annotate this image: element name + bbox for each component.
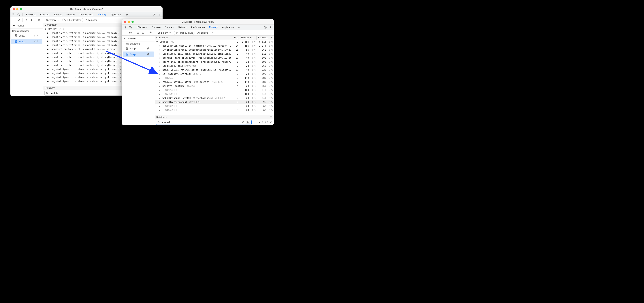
table-row[interactable]: ▶{loadTimes, csi} @497072280 %2600 % [155, 64, 274, 68]
chevron-down-icon[interactable] [212, 32, 214, 34]
prev-match-icon[interactable] [253, 121, 256, 124]
gc-icon[interactable] [148, 31, 153, 35]
more-tabs-icon[interactable] [125, 12, 129, 17]
table-row[interactable]: ▶{interactionTarget, interactionTargetEl… [155, 48, 274, 52]
device-icon[interactable] [17, 12, 21, 17]
profiles-label: Profiles [16, 24, 24, 27]
tab-sources[interactable]: Sources [163, 25, 176, 30]
svg-point-7 [159, 15, 160, 15]
kebab-icon[interactable] [268, 25, 273, 29]
gear-icon[interactable] [263, 25, 268, 29]
snapshot-size: (1.6… [34, 34, 40, 37]
svg-line-53 [159, 123, 160, 123]
more-tabs-icon[interactable] [236, 25, 241, 29]
next-match-icon[interactable] [258, 121, 261, 124]
export-icon[interactable] [136, 31, 140, 35]
close-icon[interactable] [12, 8, 15, 10]
tab-network[interactable]: Network [65, 12, 77, 17]
col-constructor[interactable]: Constructor [155, 36, 233, 40]
tab-console[interactable]: Console [38, 12, 51, 17]
view-select[interactable]: Summary [44, 18, 62, 22]
match-case-toggle[interactable]: Aa [246, 121, 250, 123]
svg-point-22 [265, 27, 266, 28]
object-label: Object [160, 40, 168, 43]
tab-performance[interactable]: Performance [189, 25, 206, 30]
table-row[interactable]: ▶{} @383993280 %680 % [155, 104, 274, 108]
snapshot-item[interactable]: Snap… (1.6… [11, 39, 42, 44]
table-row[interactable]: ▶{loadTimes, csi, send, getVariableValue… [155, 52, 274, 56]
tab-console[interactable]: Console [150, 25, 162, 30]
scope-select[interactable]: All objects [196, 31, 210, 35]
minimize-icon[interactable] [128, 21, 130, 23]
class-filter[interactable]: Filter by class [62, 18, 84, 22]
record-icon[interactable] [123, 31, 128, 35]
table-row[interactable]: ▶{startTime, processingStart, processing… [155, 60, 274, 64]
table-row[interactable]: ▶{name, value, rating, delta, entries, i… [155, 68, 274, 72]
inspect-icon[interactable] [12, 12, 16, 17]
table-row[interactable]: ▶{nowInMicroseconds} @620393280 %960 % [155, 100, 274, 104]
retainers-header[interactable]: Retainers [155, 115, 274, 119]
svg-rect-40 [174, 93, 175, 94]
gear-icon[interactable] [152, 12, 156, 17]
inspect-icon[interactable] [123, 25, 128, 29]
retainers-menu-icon[interactable] [270, 116, 272, 118]
tab-network[interactable]: Network [176, 25, 189, 30]
scope-select[interactable]: All objects [84, 18, 98, 22]
search-input-wrap[interactable]: Aa [156, 120, 252, 125]
tab-application[interactable]: Application [109, 12, 124, 17]
table-row[interactable]: ▶{} @3425331080 %1480 % [155, 88, 274, 92]
memory-toolbar: Summary Filter by class All objects [122, 30, 274, 36]
maximize-icon[interactable] [20, 8, 22, 10]
table-row[interactable]: ▶{} @464553280 %680 % [155, 108, 274, 112]
col-distance[interactable]: Di… [233, 36, 239, 40]
search-input[interactable] [161, 121, 240, 124]
table-row[interactable]: ▶{passive, capture} @622934200 %1600 % [155, 84, 274, 88]
import-icon[interactable] [141, 31, 145, 35]
object-root[interactable]: ▼ Object ×45 2 1 556 0 % 6 616 0 % [155, 40, 274, 44]
col-shallow[interactable]: Shallow Si… [239, 36, 256, 40]
clear-icon[interactable] [128, 31, 132, 35]
svg-rect-15 [15, 40, 17, 42]
table-row[interactable]: ▶{webUIResponse, webUIListenerCallback} … [155, 96, 274, 100]
table-row[interactable]: ▶{id, latency, entries} @623455240 %1960… [155, 72, 274, 76]
table-row[interactable]: ▶{element, timeToFirstByte, resourceLoad… [155, 56, 274, 60]
svg-rect-34 [194, 65, 194, 66]
svg-rect-46 [174, 105, 175, 106]
class-filter[interactable]: Filter by class [174, 31, 195, 35]
chevron-down-icon[interactable]: ▼ [156, 40, 158, 43]
tab-performance[interactable]: Performance [78, 12, 95, 17]
gc-icon[interactable] [37, 18, 41, 22]
record-icon[interactable] [12, 18, 16, 22]
view-select[interactable]: Summary [156, 31, 173, 35]
table-row[interactable]: ▶{} @4266351400 %1800 % [155, 76, 274, 80]
close-search-icon[interactable] [269, 121, 273, 124]
svg-point-23 [270, 26, 270, 27]
tab-elements[interactable]: Elements [24, 12, 38, 17]
clear-search-icon[interactable] [241, 121, 245, 124]
chevron-down-icon[interactable]: ▼ [45, 27, 47, 30]
tab-memory[interactable]: Memory [96, 12, 108, 17]
export-icon[interactable] [24, 18, 28, 22]
minimize-icon[interactable] [16, 8, 18, 10]
maximize-icon[interactable] [132, 21, 134, 23]
table-row[interactable]: ▶{remove, before, after, replaceWith} @6… [155, 80, 274, 84]
snapshot-item[interactable]: Snap… (1.6… [11, 33, 42, 38]
tab-application[interactable]: Application [220, 25, 236, 30]
col-retained[interactable]: Retained… [256, 36, 274, 40]
snapshot-item[interactable]: Snap… (1.… [123, 51, 154, 57]
snapshot-item[interactable]: Snap… (1.… [123, 46, 154, 51]
tab-memory[interactable]: Memory [207, 25, 220, 30]
profiles-label: Profiles [128, 37, 136, 40]
device-icon[interactable] [128, 25, 132, 29]
kebab-icon[interactable] [157, 12, 162, 17]
import-icon[interactable] [29, 18, 34, 22]
snapshot-name: Snap… [130, 53, 138, 56]
close-icon[interactable] [124, 21, 126, 23]
table-row[interactable]: ▶{} @5354131080 %1480 % [155, 92, 274, 96]
table-row[interactable]: ▶{application_label, cl, command_line, …… [155, 44, 274, 48]
clear-icon[interactable] [17, 18, 21, 22]
tab-elements[interactable]: Elements [136, 25, 149, 30]
tab-sources[interactable]: Sources [52, 12, 64, 17]
titlebar[interactable]: DevTools - chrome://version/ [10, 6, 162, 12]
titlebar[interactable]: DevTools - chrome://version/ [122, 19, 274, 25]
